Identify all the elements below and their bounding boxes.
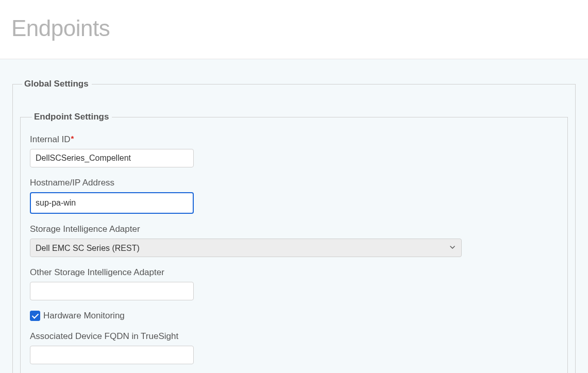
page-header: Endpoints [0,0,588,59]
endpoint-settings-legend: Endpoint Settings [32,112,112,122]
adapter-label: Storage Intelligence Adapter [30,224,558,234]
endpoint-settings-fieldset: Endpoint Settings Internal ID* Hostname/… [20,112,568,373]
adapter-select[interactable]: Dell EMC SC Series (REST) [30,239,462,257]
fqdn-label: Associated Device FQDN in TrueSight [30,331,558,342]
adapter-row: Storage Intelligence Adapter Dell EMC SC… [30,224,558,257]
other-adapter-row: Other Storage Intelligence Adapter [30,267,558,300]
global-settings-fieldset: Global Settings Endpoint Settings Intern… [12,79,576,373]
internal-id-row: Internal ID* [30,134,558,167]
internal-id-label: Internal ID* [30,134,558,145]
other-adapter-input[interactable] [30,282,194,300]
fqdn-input[interactable] [30,346,194,364]
internal-id-input[interactable] [30,149,194,167]
required-indicator-icon: * [71,134,74,143]
content-area: Global Settings Endpoint Settings Intern… [0,59,588,373]
hardware-monitoring-checkbox[interactable] [30,311,40,321]
hostname-row: Hostname/IP Address [30,178,558,214]
hostname-label: Hostname/IP Address [30,178,558,188]
fqdn-row: Associated Device FQDN in TrueSight [30,331,558,364]
hardware-monitoring-row: Hardware Monitoring [30,311,558,321]
global-settings-legend: Global Settings [22,79,92,89]
adapter-select-wrapper: Dell EMC SC Series (REST) [30,239,462,257]
hardware-monitoring-label: Hardware Monitoring [43,311,125,321]
other-adapter-label: Other Storage Intelligence Adapter [30,267,558,278]
hostname-input[interactable] [30,192,194,214]
page-title: Endpoints [11,15,577,41]
internal-id-label-text: Internal ID [30,134,70,144]
